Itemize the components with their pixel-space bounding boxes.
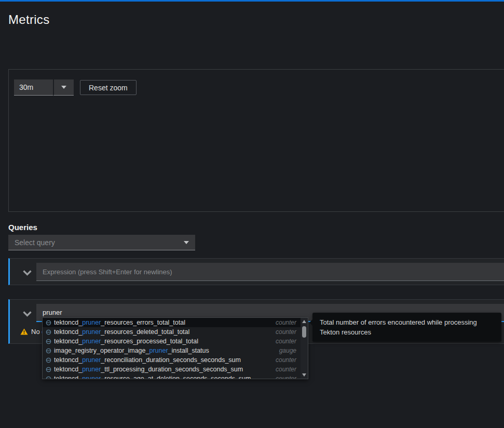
- metric-type-label: counter: [270, 375, 296, 379]
- metric-name: tektoncd_pruner_reconciliation_duration_…: [54, 356, 241, 364]
- metric-name: tektoncd_pruner_ttl_processing_duration_…: [54, 366, 243, 373]
- reset-zoom-button[interactable]: Reset zoom: [80, 80, 137, 95]
- metric-icon: [46, 329, 51, 335]
- metric-icon: [46, 339, 51, 344]
- autocomplete-item[interactable]: tektoncd_pruner_resources_errors_total_t…: [43, 318, 301, 327]
- metric-name: tektoncd_pruner_resources_processed_tota…: [54, 338, 198, 345]
- metric-suggestion-list: tektoncd_pruner_resources_errors_total_t…: [43, 318, 301, 379]
- query-select-placeholder: Select query: [15, 238, 184, 247]
- autocomplete-scrollbar[interactable]: [301, 318, 308, 379]
- tooltip-text: Total number of errors encountered while…: [320, 318, 477, 336]
- scrollbar-down-button[interactable]: [301, 371, 308, 379]
- autocomplete-item[interactable]: tektoncd_pruner_resources_deleted_total_…: [43, 327, 301, 337]
- metric-type-label: counter: [270, 356, 296, 364]
- metric-name: tektoncd_pruner_resource_age_at_deletion…: [54, 375, 251, 379]
- metrics-page: Metrics 30m Reset zoom Queries Select qu…: [0, 0, 504, 428]
- expand-query-button[interactable]: [19, 265, 35, 280]
- metric-icon: [46, 376, 51, 380]
- metric-icon: [46, 367, 51, 372]
- metric-type-label: counter: [270, 319, 296, 326]
- chevron-down-icon: [23, 270, 32, 276]
- query-select-dropdown[interactable]: Select query: [8, 235, 195, 250]
- scrollbar-up-button[interactable]: [301, 318, 308, 325]
- expand-query-button[interactable]: [19, 306, 35, 322]
- query-row-1: [8, 258, 504, 285]
- metric-type-label: gauge: [274, 347, 296, 354]
- timespan-select[interactable]: 30m: [14, 79, 74, 96]
- arrow-down-icon: [302, 373, 306, 377]
- metric-type-label: counter: [270, 366, 296, 373]
- tooltip-arrow: [309, 319, 312, 326]
- autocomplete-item[interactable]: image_registry_operator_image_pruner_ins…: [43, 346, 301, 355]
- metric-name: tektoncd_pruner_resources_deleted_total_…: [54, 328, 189, 336]
- timespan-select-value[interactable]: 30m: [14, 79, 53, 96]
- metric-icon: [46, 357, 51, 363]
- autocomplete-item[interactable]: tektoncd_pruner_resource_age_at_deletion…: [43, 374, 301, 379]
- metric-name: image_registry_operator_image_pruner_ins…: [54, 347, 209, 354]
- scrollbar-thumb[interactable]: [302, 326, 306, 338]
- metric-autocomplete-dropdown: tektoncd_pruner_resources_errors_total_t…: [42, 317, 308, 379]
- chart-panel: 30m Reset zoom: [8, 69, 504, 212]
- arrow-up-icon: [302, 320, 306, 323]
- scrollbar-track[interactable]: [301, 325, 308, 371]
- metric-icon: [46, 320, 51, 326]
- queries-heading: Queries: [8, 223, 37, 232]
- metric-type-label: counter: [270, 328, 296, 336]
- autocomplete-item[interactable]: tektoncd_pruner_resources_processed_tota…: [43, 337, 301, 346]
- warning-icon: [20, 328, 28, 335]
- metric-type-label: counter: [270, 338, 296, 345]
- metric-help-tooltip: Total number of errors encountered while…: [312, 313, 501, 342]
- autocomplete-item[interactable]: tektoncd_pruner_ttl_processing_duration_…: [43, 365, 301, 374]
- metric-name: tektoncd_pruner_resources_errors_total_t…: [54, 319, 185, 326]
- metric-icon: [46, 348, 51, 354]
- page-title: Metrics: [8, 12, 49, 27]
- top-accent-bar: [0, 0, 504, 2]
- caret-down-icon: [184, 241, 189, 244]
- chevron-down-icon: [23, 311, 32, 317]
- expression-input-1[interactable]: [36, 263, 504, 281]
- caret-down-icon: [61, 86, 66, 89]
- timespan-select-toggle[interactable]: [53, 79, 74, 96]
- autocomplete-item[interactable]: tektoncd_pruner_reconciliation_duration_…: [43, 355, 301, 365]
- chart-toolbar: 30m Reset zoom: [14, 79, 137, 96]
